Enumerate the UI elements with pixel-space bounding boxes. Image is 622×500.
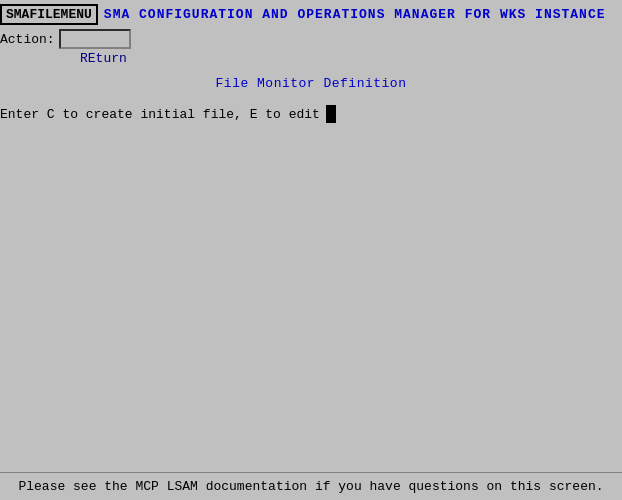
app-title: SMA CONFIGURATION AND OPERATIONS MANAGER… [104,7,606,22]
top-bar: SMAFILEMENU SMA CONFIGURATION AND OPERAT… [0,0,622,27]
action-label: Action: [0,32,55,47]
file-monitor-title: File Monitor Definition [0,66,622,99]
instruction-row: Enter C to create initial file, E to edi… [0,99,622,123]
smafilemenu-button[interactable]: SMAFILEMENU [0,4,98,25]
action-row: Action: [0,27,622,49]
return-link[interactable]: REturn [80,51,127,66]
cursor-block [326,105,336,123]
return-row: REturn [0,49,622,66]
action-input[interactable] [59,29,131,49]
footer-text: Please see the MCP LSAM documentation if… [0,479,622,494]
bottom-bar: Please see the MCP LSAM documentation if… [0,472,622,500]
instruction-text: Enter C to create initial file, E to edi… [0,107,320,122]
